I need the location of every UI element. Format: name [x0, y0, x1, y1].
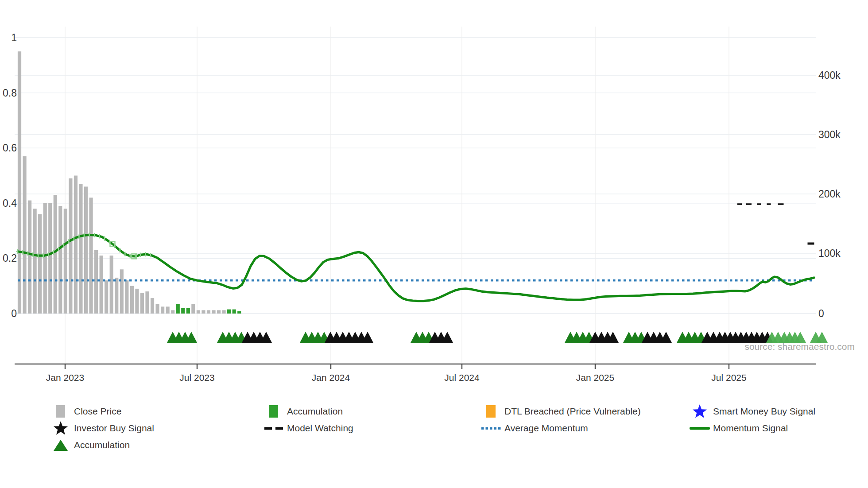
x-tick-label: Jul 2023 [179, 372, 214, 383]
x-tick-label: Jan 2024 [312, 372, 350, 383]
solid-line-icon [689, 420, 710, 436]
close-price-bar [58, 206, 62, 314]
close-price-bar [161, 306, 164, 314]
y-right-tick-label: 100k [818, 248, 841, 259]
y-right-tick-label: 200k [818, 188, 841, 200]
close-price-bar [222, 310, 226, 314]
square-swatch-icon [263, 403, 284, 419]
close-price-bar [197, 310, 200, 314]
close-price-bar [191, 304, 195, 314]
source-attribution: source: sharemaestro.com [0, 341, 855, 352]
legend-label: Momentum Signal [713, 423, 788, 434]
legend-label: Accumulation [287, 406, 343, 417]
dashed-line-icon [263, 420, 284, 436]
close-price-bar [120, 269, 124, 314]
y-left-tick-label: 0.6 [3, 142, 17, 154]
star-icon [50, 420, 71, 436]
model-watching-dash [737, 203, 742, 205]
accumulation-bar [232, 310, 236, 314]
legend-item-average-momentum[interactable]: Average Momentum [480, 420, 641, 437]
x-tick-label: Jul 2024 [444, 372, 480, 383]
legend-column-3: DTL Breached (Price Vulnerable)Average M… [480, 403, 641, 437]
legend-label: Average Momentum [504, 423, 588, 434]
legend-swatch [689, 420, 710, 436]
y-right-tick-label: 0 [818, 308, 824, 319]
close-price-bar [84, 186, 88, 314]
close-price-bar [79, 184, 82, 314]
close-price-bar [125, 280, 128, 314]
close-price-bar [38, 214, 42, 314]
triangle-icon [50, 437, 71, 453]
accumulation-bar [186, 308, 190, 314]
legend-label: Investor Buy Signal [74, 423, 154, 434]
model-watching-dash [778, 203, 784, 205]
close-price-bar [100, 256, 103, 314]
close-price-bar [33, 209, 37, 314]
y-right-tick-label: 300k [818, 129, 841, 140]
y-left-tick-label: 0.8 [3, 87, 17, 99]
model-watching-dash [767, 203, 771, 205]
model-watching-dash [808, 243, 814, 245]
accumulation-bar [227, 310, 231, 314]
close-price-bar [64, 209, 67, 314]
legend-label: DTL Breached (Price Vulnerable) [504, 406, 641, 417]
legend-label: Smart Money Buy Signal [713, 406, 815, 417]
close-price-bar [74, 176, 78, 314]
legend-swatch [689, 403, 710, 419]
y-left-tick-label: 0.2 [3, 252, 17, 264]
accumulation-bar [237, 311, 241, 314]
close-price-bar [135, 289, 139, 314]
legend-item-close-price[interactable]: Close Price [50, 403, 154, 420]
close-price-bar [130, 286, 134, 314]
legend-swatch [263, 403, 284, 419]
close-price-bar [212, 310, 215, 314]
legend-item-momentum-signal[interactable]: Momentum Signal [689, 420, 815, 437]
square-swatch-icon [480, 403, 502, 419]
star-icon [689, 403, 710, 419]
close-price-bar [217, 310, 221, 314]
legend-label: Accumulation [74, 440, 130, 450]
x-tick-label: Jan 2025 [576, 372, 614, 383]
legend-label: Close Price [74, 406, 121, 417]
close-price-bar [43, 203, 47, 314]
legend-swatch [480, 420, 502, 436]
legend-swatch [480, 403, 502, 419]
model-watching-dash [757, 203, 761, 205]
legend-item-accumulation[interactable]: Accumulation [50, 437, 154, 453]
legend-item-investor-buy-signal[interactable]: Investor Buy Signal [50, 420, 154, 437]
legend-item-dtl-breached-price-vulnerable[interactable]: DTL Breached (Price Vulnerable) [480, 403, 641, 420]
close-price-bar [207, 310, 210, 314]
legend-swatch [50, 403, 71, 419]
close-price-bar [145, 291, 149, 314]
close-price-bar [89, 198, 93, 314]
close-price-bar [105, 280, 108, 314]
close-price-bar [155, 304, 159, 314]
close-price-bar [23, 156, 26, 314]
close-price-bar [115, 278, 118, 314]
legend-label: Model Watching [287, 423, 353, 434]
legend-item-accumulation[interactable]: Accumulation [263, 403, 353, 420]
y-left-tick-label: 0.4 [3, 198, 17, 209]
close-price-bar [18, 51, 21, 314]
close-price-bar [140, 293, 144, 314]
close-price-bar [48, 203, 52, 314]
close-price-bar [202, 310, 205, 314]
legend-column-4: Smart Money Buy SignalMomentum Signal [689, 403, 815, 437]
y-right-tick-label: 400k [818, 70, 841, 81]
dotted-line-icon [480, 420, 502, 436]
square-swatch-icon [50, 403, 71, 419]
close-price-bar [166, 306, 170, 314]
close-price-bar [171, 310, 174, 314]
legend-column-2: AccumulationModel Watching [263, 403, 353, 437]
x-tick-label: Jan 2023 [46, 372, 84, 383]
legend-swatch [50, 437, 71, 453]
x-tick-label: Jul 2025 [711, 372, 746, 383]
close-price-bar [69, 178, 72, 314]
legend-item-model-watching[interactable]: Model Watching [263, 420, 353, 437]
legend-item-smart-money-buy-signal[interactable]: Smart Money Buy Signal [689, 403, 815, 420]
accumulation-bar [181, 308, 185, 314]
close-price-bar [151, 298, 154, 314]
close-price-bar [94, 250, 98, 314]
chart-legend: Close PriceInvestor Buy SignalAccumulati… [0, 403, 868, 465]
accumulation-bar [176, 304, 180, 314]
